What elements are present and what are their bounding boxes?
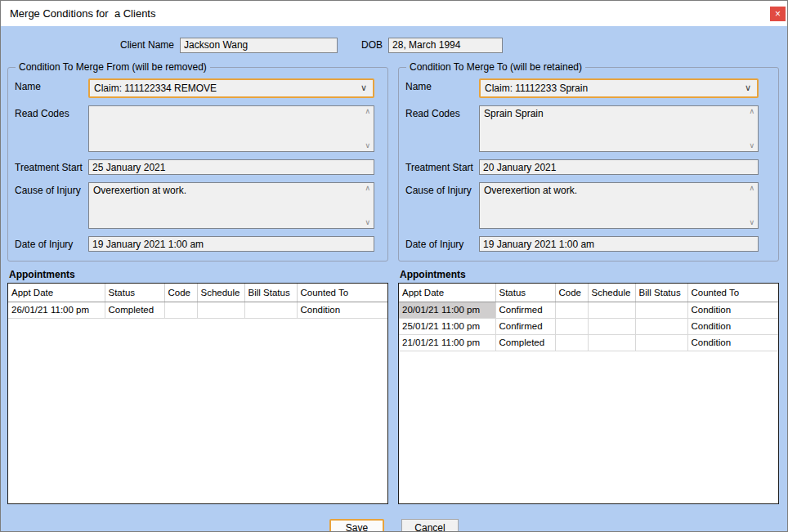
merge-to-appointments-grid: Appt DateStatusCodeScheduleBill StatusCo… [398, 283, 779, 504]
merge-to-cause-textarea[interactable]: Overexertion at work. ∧ ∨ [479, 182, 759, 229]
panels-container: Condition To Merge From (will be removed… [1, 53, 787, 504]
merge-from-read-codes-label: Read Codes [15, 105, 88, 119]
table-row[interactable]: 26/01/21 11:00 pmCompletedCondition [8, 302, 387, 318]
merge-from-name-label: Name [15, 78, 88, 92]
merge-from-condition-selected-value: Claim: 111122334 REMOVE [94, 83, 217, 94]
table-cell[interactable]: Condition [687, 334, 778, 351]
merge-to-date-of-injury-input[interactable] [479, 236, 759, 252]
client-name-input[interactable] [180, 38, 338, 53]
merge-from-appointments-heading: Appointments [9, 269, 388, 280]
table-row[interactable]: 25/01/21 11:00 pmConfirmedCondition [399, 318, 778, 334]
table-cell[interactable]: Confirmed [495, 318, 555, 334]
table-cell[interactable]: Condition [687, 302, 778, 318]
merge-from-condition-select[interactable]: Claim: 111122334 REMOVE ∨ [88, 78, 374, 98]
column-header-code[interactable]: Code [164, 284, 197, 302]
merge-from-groupbox-title: Condition To Merge From (will be removed… [16, 61, 210, 73]
scroll-up-icon[interactable]: ∧ [749, 108, 754, 115]
table-cell[interactable] [244, 302, 297, 318]
merge-to-name-label: Name [405, 78, 479, 92]
table-cell[interactable]: 26/01/21 11:00 pm [8, 302, 105, 318]
cancel-button[interactable]: Cancel [401, 519, 459, 532]
chevron-down-icon[interactable]: ∨ [360, 83, 367, 93]
column-header-schedule[interactable]: Schedule [588, 284, 635, 302]
table-cell[interactable] [635, 334, 687, 351]
merge-from-date-of-injury-input[interactable] [88, 236, 374, 252]
table-cell[interactable] [588, 302, 635, 318]
merge-to-groupbox-title: Condition To Merge To (will be retained) [406, 61, 585, 73]
merge-from-read-codes-textarea[interactable]: ∧ ∨ [88, 105, 374, 152]
chevron-down-icon[interactable]: ∨ [745, 83, 751, 93]
table-cell[interactable] [588, 334, 635, 351]
table-cell[interactable]: 25/01/21 11:00 pm [399, 318, 495, 334]
table-cell[interactable] [555, 302, 588, 318]
merge-from-cause-text: Overexertion at work. [93, 185, 186, 196]
merge-from-treatment-start-input[interactable] [88, 159, 374, 175]
titlebar[interactable]: Merge Conditions for a Clients × [1, 1, 787, 26]
scroll-up-icon[interactable]: ∧ [365, 108, 370, 115]
table-cell[interactable] [197, 302, 244, 318]
table-cell[interactable]: Condition [687, 318, 778, 334]
merge-to-treatment-start-input[interactable] [479, 159, 759, 175]
merge-from-appointments-grid: Appt DateStatusCodeScheduleBill StatusCo… [7, 283, 388, 504]
scroll-up-icon[interactable]: ∧ [365, 185, 370, 192]
table-cell[interactable] [588, 318, 635, 334]
merge-to-read-codes-label: Read Codes [405, 105, 479, 119]
dialog-body: Client Name DOB Condition To Merge From … [1, 26, 787, 532]
merge-from-date-of-injury-label: Date of Injury [15, 236, 88, 250]
table-row[interactable]: 21/01/21 11:00 pmCompletedCondition [399, 334, 778, 351]
merge-to-appointments-table[interactable]: Appt DateStatusCodeScheduleBill StatusCo… [399, 284, 778, 351]
dob-input[interactable] [388, 38, 503, 53]
column-header-code[interactable]: Code [555, 284, 588, 302]
merge-from-groupbox: Condition To Merge From (will be removed… [7, 61, 388, 262]
client-name-label: Client Name [120, 39, 174, 51]
merge-to-appointments-heading: Appointments [400, 269, 779, 280]
table-cell[interactable] [555, 318, 588, 334]
table-cell[interactable] [635, 302, 687, 318]
column-header-counted-to[interactable]: Counted To [687, 284, 778, 302]
scroll-down-icon[interactable]: ∨ [749, 219, 754, 226]
merge-from-cause-textarea[interactable]: Overexertion at work. ∧ ∨ [88, 182, 374, 229]
table-cell[interactable]: 21/01/21 11:00 pm [399, 334, 495, 351]
close-button[interactable]: × [770, 7, 786, 21]
column-header-bill-status[interactable]: Bill Status [244, 284, 297, 302]
merge-from-appointments-table[interactable]: Appt DateStatusCodeScheduleBill StatusCo… [8, 284, 387, 319]
merge-to-date-of-injury-label: Date of Injury [405, 236, 479, 250]
table-cell[interactable] [555, 334, 588, 351]
footer-buttons: Save Cancel [1, 519, 787, 532]
merge-from-panel: Condition To Merge From (will be removed… [7, 61, 388, 504]
merge-to-read-codes-text: Sprain Sprain [484, 108, 544, 119]
table-cell[interactable]: 20/01/21 11:00 pm [399, 302, 495, 318]
column-header-schedule[interactable]: Schedule [197, 284, 244, 302]
table-cell[interactable]: Completed [105, 302, 164, 318]
table-cell[interactable] [164, 302, 197, 318]
scroll-down-icon[interactable]: ∨ [749, 142, 754, 150]
merge-to-cause-label: Cause of Injury [405, 182, 479, 196]
merge-to-groupbox: Condition To Merge To (will be retained)… [398, 61, 779, 262]
merge-to-read-codes-textarea[interactable]: Sprain Sprain ∧ ∨ [479, 105, 759, 152]
column-header-appt-date[interactable]: Appt Date [399, 284, 495, 302]
window-title: Merge Conditions for a Clients [10, 7, 155, 20]
table-cell[interactable] [635, 318, 687, 334]
table-row[interactable]: 20/01/21 11:00 pmConfirmedCondition [399, 302, 778, 318]
merge-to-treatment-start-label: Treatment Start [405, 159, 479, 173]
scroll-down-icon[interactable]: ∨ [365, 219, 370, 226]
column-header-bill-status[interactable]: Bill Status [635, 284, 687, 302]
merge-to-condition-selected-value: Claim: 11112233 Sprain [485, 83, 588, 94]
merge-to-cause-text: Overexertion at work. [484, 185, 577, 196]
column-header-status[interactable]: Status [105, 284, 164, 302]
scroll-up-icon[interactable]: ∧ [749, 185, 754, 192]
merge-to-panel: Condition To Merge To (will be retained)… [398, 61, 779, 504]
merge-conditions-window: Merge Conditions for a Clients × Client … [0, 0, 788, 532]
merge-from-cause-label: Cause of Injury [15, 182, 88, 196]
client-header-row: Client Name DOB [120, 37, 787, 53]
table-cell[interactable]: Completed [495, 334, 555, 351]
column-header-status[interactable]: Status [495, 284, 555, 302]
table-cell[interactable]: Condition [297, 302, 387, 318]
column-header-counted-to[interactable]: Counted To [297, 284, 387, 302]
save-button[interactable]: Save [329, 519, 384, 532]
column-header-appt-date[interactable]: Appt Date [8, 284, 105, 302]
table-cell[interactable]: Confirmed [495, 302, 555, 318]
merge-to-condition-select[interactable]: Claim: 11112233 Sprain ∨ [479, 78, 759, 98]
scroll-down-icon[interactable]: ∨ [365, 142, 370, 150]
dob-label: DOB [361, 39, 383, 51]
